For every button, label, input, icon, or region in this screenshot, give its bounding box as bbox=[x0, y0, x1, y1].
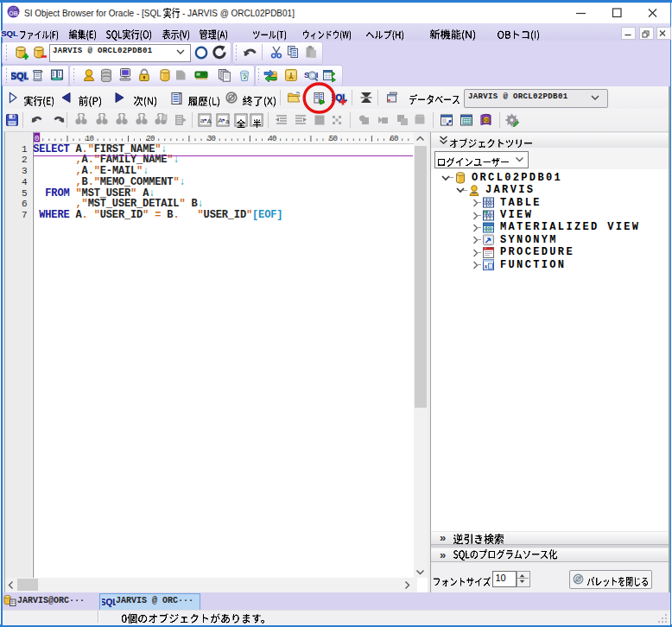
svg-text:20: 20 bbox=[146, 135, 155, 143]
svg-text:30: 30 bbox=[206, 135, 215, 143]
svg-text:50: 50 bbox=[328, 135, 337, 143]
svg-text:OB: OB bbox=[9, 10, 17, 16]
svg-text:10: 10 bbox=[85, 135, 93, 143]
svg-text:SQL: SQL bbox=[11, 71, 29, 81]
svg-text:0: 0 bbox=[34, 135, 38, 143]
svg-text:60: 60 bbox=[390, 135, 398, 143]
svg-text:SQL: SQL bbox=[102, 598, 116, 607]
svg-text:A: A bbox=[207, 117, 212, 125]
svg-text:SQL: SQL bbox=[482, 117, 491, 123]
svg-text:a: a bbox=[225, 117, 230, 125]
svg-text:x: x bbox=[484, 263, 488, 270]
svg-text:SQL: SQL bbox=[1, 28, 18, 37]
svg-text:40: 40 bbox=[268, 135, 276, 143]
